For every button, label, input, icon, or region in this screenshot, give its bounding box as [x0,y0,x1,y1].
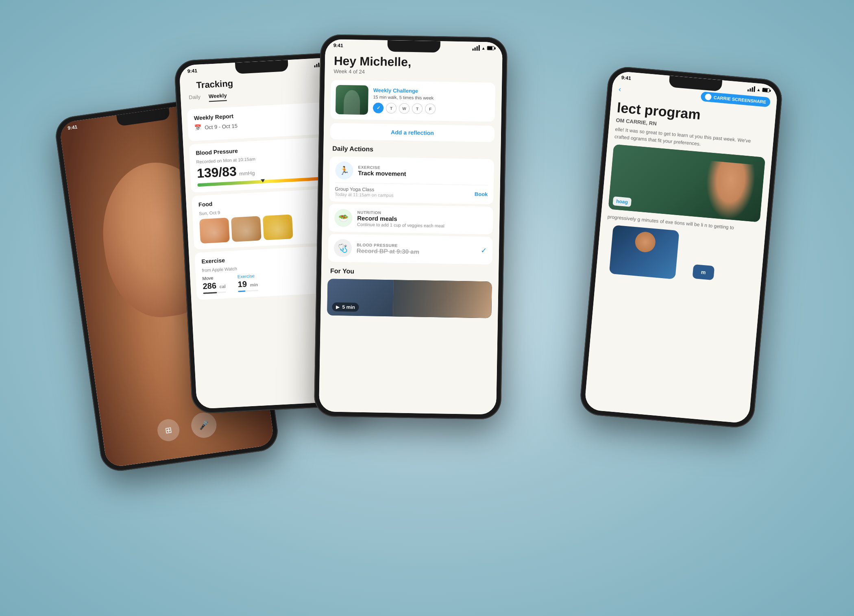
program-wifi: ▲ [756,87,761,92]
exercise-stat-label: Exercise [237,273,257,279]
phone-home: 9:41 ▲ Hey [314,34,508,420]
greeting-section: Hey Michelle, Week 4 of 24 [325,50,502,79]
exercise-action-row: 🏃 EXERCISE Track movement [335,161,488,182]
screenshare-avatar [705,93,712,100]
play-icon: ▶ [336,304,340,309]
home-notch [388,40,440,52]
bp-unit: mmHg [239,170,255,176]
food-image-2 [231,216,261,242]
phone-program-inner: 9:41 ▲ ‹ [584,70,778,423]
nutrition-action: 🥗 NUTRITION Record meals Continue to add… [329,204,493,234]
bp-action-row: 🩺 BLOOD PRESSURE Record BP at 9:30 am ✓ [334,239,487,259]
challenge-person [344,90,360,115]
greeting-text: Hey Michelle, [334,54,494,70]
yoga-class-time: Today at 11:15am on campus [335,192,393,198]
mic-button[interactable]: 🎤 [190,411,218,439]
challenge-desc: 15 min walk, 5 times this week [373,94,490,101]
challenge-info: Weekly Challenge 15 min walk, 5 times th… [373,87,490,115]
exercise-bar [238,289,258,292]
exercise-stat: Exercise 19 min [237,273,258,292]
move-label: Move [202,274,225,281]
challenge-card: Weekly Challenge 15 min walk, 5 times th… [331,80,496,122]
program-battery [762,87,770,92]
exercise-icon: 🏃 [335,161,353,179]
day-mon [373,102,383,113]
for-you-badge: ▶ 5 min [332,302,359,311]
home-time: 9:41 [333,42,343,48]
screenshare-label: CARRIE SCREENSHARE [713,95,766,104]
phone-home-inner: 9:41 ▲ Hey [319,39,503,414]
exercise-bar-fill [238,290,245,292]
exercise-action-text: EXERCISE Track movement [358,165,488,178]
nutrition-icon: 🥗 [334,209,353,227]
day-fri: F [425,103,436,114]
for-you-time: 5 min [342,304,355,310]
program-image-top: hoag [608,144,766,222]
challenge-image [336,85,368,114]
move-stat: Move 286 cal [202,274,226,294]
home-wifi: ▲ [481,46,486,50]
program-image-bottom [609,225,680,279]
bp-icon: 🩺 [334,239,352,257]
date-range: Oct 9 - Oct 15 [205,122,238,130]
nutrition-action-row: 🥗 NUTRITION Record meals Continue to add… [334,209,488,229]
bp-action-text: BLOOD PRESSURE Record BP at 9:30 am [357,242,476,256]
exercise-value: 19 min [237,279,258,289]
bp-number: 139/83 [196,164,237,181]
move-value: 286 cal [203,280,226,291]
program-signal [747,85,755,92]
tab-daily[interactable]: Daily [189,94,201,102]
program-person-face [634,231,656,253]
food-image-3 [263,214,293,240]
day-thu: T [412,103,423,114]
start-button[interactable]: m [692,264,714,280]
program-start-area: m [686,231,758,286]
day-tue: T [386,102,396,113]
tracking-time: 9:41 [187,67,198,74]
yoga-class-info: Group Yoga Class Today at 11:15am on cam… [335,186,394,198]
challenge-title: Weekly Challenge [373,87,490,95]
program-top-person [703,160,757,221]
program-time: 9:41 [621,74,631,81]
home-screen: 9:41 ▲ Hey [319,39,503,414]
back-button[interactable]: ‹ [618,85,621,93]
bp-action: 🩺 BLOOD PRESSURE Record BP at 9:30 am ✓ [328,234,492,264]
tab-weekly[interactable]: Weekly [209,92,227,102]
nutrition-action-text: NUTRITION Record meals Continue to add 1… [357,210,488,229]
move-bar [203,291,226,294]
airplay-button[interactable]: ⊞ [156,418,181,442]
daily-actions-title: Daily Actions [323,141,501,157]
bp-check-icon: ✓ [481,246,487,255]
hoag-logo: hoag [612,196,631,207]
program-status-icons: ▲ [747,85,770,93]
exercise-action: 🏃 EXERCISE Track movement Group Yoga Cla… [329,156,494,204]
home-status-icons: ▲ [473,45,495,51]
for-you-card[interactable]: ▶ 5 min [327,279,492,318]
tracking-title: Tracking [188,75,242,91]
exercise-sub: Group Yoga Class Today at 11:15am on cam… [335,182,488,199]
book-button[interactable]: Book [475,191,488,197]
home-battery [487,46,495,50]
food-image-1 [199,218,230,244]
bp-indicator [261,179,265,183]
program-overlay: hoag [612,196,631,207]
day-dots: T W T F [373,102,490,115]
reflection-button[interactable]: Add a reflection [330,123,495,142]
for-you-image [393,280,492,318]
home-signal [473,45,480,50]
phone-program: 9:41 ▲ ‹ [579,65,783,429]
video-time: 9:41 [67,124,78,131]
program-screen: 9:41 ▲ ‹ [584,70,778,423]
phones-container: 9:41 ▲ [61,24,793,593]
for-you-section: For You [321,264,499,279]
move-bar-fill [203,292,217,294]
day-wed: W [399,103,410,113]
calendar-icon: 📅 [194,124,202,131]
